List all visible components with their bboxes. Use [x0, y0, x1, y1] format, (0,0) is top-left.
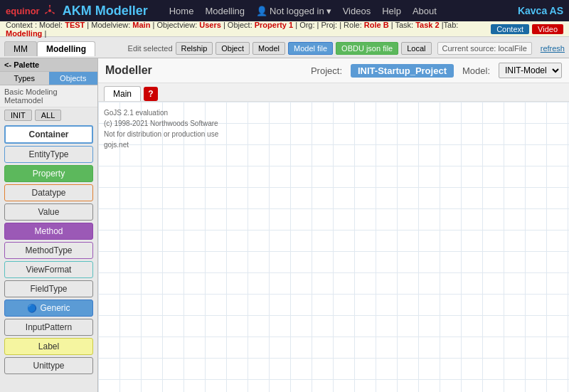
tab-objects[interactable]: Objects: [49, 72, 98, 85]
equinor-logo: equinor: [6, 6, 40, 16]
modeller-title: Modeller: [105, 64, 152, 77]
palette-item-viewformat[interactable]: ViewFormat: [4, 261, 93, 278]
edit-selected-label: Edit selected: [128, 44, 173, 53]
canvas-line-2: (c) 1998-2021 Northwoods Software: [104, 118, 218, 129]
tab-types[interactable]: Types: [0, 72, 49, 85]
model-label: Model:: [462, 65, 490, 76]
model-button[interactable]: Model: [252, 42, 285, 55]
context-bar: Context : Model: TEST | Modelview: Main …: [0, 21, 569, 37]
nav-help[interactable]: Help: [382, 6, 401, 16]
nav-home[interactable]: Home: [169, 6, 194, 16]
canvas-line-1: GoJS 2.1 evaluation: [104, 107, 218, 118]
tab-modelling[interactable]: Modelling: [37, 41, 95, 56]
nav-links: Home Modelling 👤 Not logged in ▾ Videos …: [169, 6, 437, 16]
edit-controls: Edit selected Relship Object Model Model…: [128, 42, 565, 55]
modelfile-button[interactable]: Model file: [288, 42, 333, 55]
tab-bar: MM Modelling Edit selected Relship Objec…: [0, 37, 569, 58]
palette-item-container[interactable]: Container: [4, 125, 93, 144]
windmill-icon: [43, 4, 57, 18]
nav-right: Kavca AS: [518, 5, 563, 16]
palette-header: <- Palette: [0, 58, 97, 72]
palette-panel: <- Palette Types Objects Basic Modeling …: [0, 58, 98, 392]
canvas-line-3: Not for distribution or production use: [104, 129, 218, 139]
source-info: Current source: localFile: [437, 42, 532, 55]
mod-tab-main[interactable]: Main: [104, 86, 141, 101]
tab-mm[interactable]: MM: [4, 41, 37, 56]
logo-area: equinor AKM Modeller: [6, 4, 148, 18]
svg-point-0: [48, 9, 51, 12]
context-buttons: Context Video: [491, 24, 563, 34]
modeller-tabs: Main ?: [98, 83, 569, 102]
modeller-area: Modeller Project: INIT-Startup_Project M…: [98, 58, 569, 392]
palette-item-fieldtype[interactable]: FieldType: [4, 280, 93, 297]
palette-init-all: INIT ALL: [0, 107, 97, 123]
project-value: INIT-Startup_Project: [351, 64, 454, 78]
nav-modelling[interactable]: Modelling: [205, 6, 245, 16]
palette-item-generic[interactable]: 🔵 Generic: [4, 300, 93, 317]
canvas-content: GoJS 2.1 evaluation (c) 1998-2021 Northw…: [104, 107, 218, 150]
help-badge[interactable]: ?: [144, 87, 158, 101]
local-button[interactable]: Local: [401, 42, 431, 55]
palette-item-unittype[interactable]: Unittype: [4, 357, 93, 374]
dropdown-icon: ▾: [326, 6, 331, 16]
context-text: Context : Model: TEST | Modelview: Main …: [6, 21, 491, 38]
user-icon: 👤: [256, 6, 267, 16]
palette-item-entitytype[interactable]: EntityType: [4, 146, 93, 163]
palette-item-property[interactable]: Property: [4, 165, 93, 182]
generic-icon: 🔵: [27, 304, 37, 313]
nav-videos[interactable]: Videos: [343, 6, 371, 16]
palette-item-datatype[interactable]: Datatype: [4, 184, 93, 201]
nav-about[interactable]: About: [413, 6, 437, 16]
canvas-line-4: gojs.net: [104, 139, 218, 150]
video-button[interactable]: Video: [532, 24, 563, 34]
main-layout: <- Palette Types Objects Basic Modeling …: [0, 58, 569, 392]
refresh-button[interactable]: refresh: [541, 44, 565, 53]
palette-tabs: Types Objects: [0, 72, 97, 85]
object-button[interactable]: Object: [216, 42, 250, 55]
kavca-logo: Kavca AS: [518, 5, 563, 16]
app-title: AKM Modeller: [63, 4, 148, 18]
nav-user[interactable]: 👤 Not logged in ▾: [256, 6, 331, 16]
palette-item-value[interactable]: Value: [4, 203, 93, 221]
obdu-button[interactable]: OBDU json file: [336, 42, 398, 55]
canvas-area[interactable]: GoJS 2.1 evaluation (c) 1998-2021 Northw…: [98, 102, 569, 392]
palette-item-inputpattern[interactable]: InputPattern: [4, 319, 93, 336]
palette-section: Basic Modeling Metamodel: [0, 85, 97, 107]
palette-items: Container EntityType Property Datatype V…: [0, 123, 97, 392]
project-label: Project:: [311, 65, 342, 76]
model-select[interactable]: INIT-Model: [499, 63, 562, 78]
relship-button[interactable]: Relship: [176, 42, 213, 55]
top-navigation: equinor AKM Modeller Home Modelling 👤 No…: [0, 0, 569, 21]
all-button[interactable]: ALL: [35, 110, 62, 121]
palette-item-methodtype[interactable]: MethodType: [4, 242, 93, 259]
palette-item-label[interactable]: Label: [4, 338, 93, 355]
context-button[interactable]: Context: [491, 24, 529, 34]
palette-item-method[interactable]: Method: [4, 223, 93, 240]
modeller-header: Modeller Project: INIT-Startup_Project M…: [98, 58, 569, 83]
init-button[interactable]: INIT: [4, 110, 32, 121]
